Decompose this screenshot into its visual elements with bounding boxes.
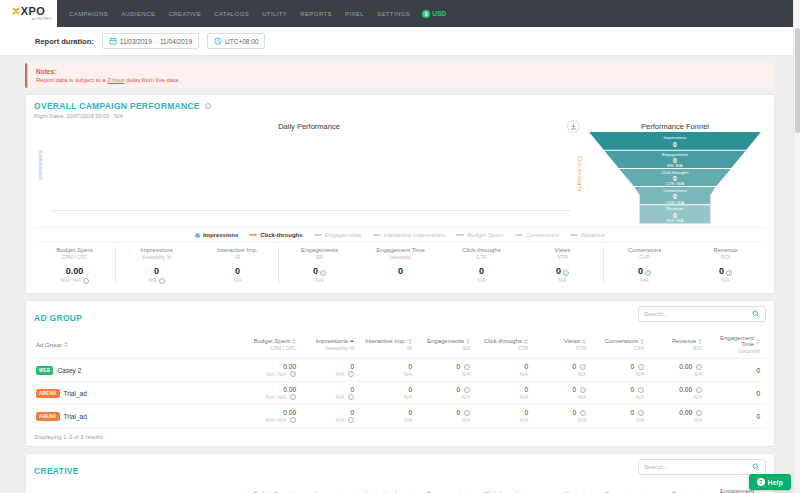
legend-item-click-throughs[interactable]: Click-throughs — [249, 232, 302, 238]
cell-value-text: 0.00 — [283, 363, 296, 370]
info-icon[interactable]: i — [290, 371, 296, 377]
nav-item-catalogs[interactable]: CATALOGS — [214, 11, 249, 17]
summary-note — [360, 277, 441, 283]
sort-icon[interactable] — [350, 340, 354, 342]
section-title-overall: OVERALL CAMPAIGN PERFORMANCE — [34, 101, 200, 111]
timezone-picker[interactable]: UTC+08:00 — [207, 33, 265, 49]
column-header-engagement-time[interactable]: Engagement Time(seconds) — [708, 335, 766, 354]
info-icon[interactable]: i — [645, 270, 651, 276]
info-icon[interactable]: i — [638, 364, 644, 370]
info-icon[interactable]: i — [290, 394, 296, 400]
row-name: Trial_ad — [64, 413, 87, 420]
info-icon[interactable]: i — [696, 387, 702, 393]
info-icon[interactable]: i — [348, 394, 354, 400]
ad-group-search-input[interactable] — [644, 311, 748, 317]
legend-item-impressions[interactable]: Impressions — [195, 232, 238, 238]
cell-note-text: N/A — [578, 394, 586, 400]
info-icon[interactable]: i — [464, 387, 470, 393]
currency-indicator[interactable]: $ USD — [422, 0, 446, 27]
sort-icon[interactable] — [640, 339, 644, 344]
clock-icon — [214, 37, 222, 45]
cell-note-text: N/A — [336, 371, 344, 377]
funnel-segment-conversions[interactable]: Conversions0CVR: N/A — [634, 187, 716, 204]
sort-icon[interactable] — [698, 339, 702, 344]
info-icon[interactable]: i — [348, 371, 354, 377]
nav-item-creative[interactable]: CREATIVE — [168, 11, 201, 17]
column-header-views[interactable]: ViewsVTR — [534, 338, 592, 351]
info-icon[interactable]: i — [580, 387, 586, 393]
info-icon[interactable]: i — [726, 270, 732, 276]
cell-value-text: 0 — [572, 363, 576, 370]
column-header-click-throughs[interactable]: Click-throughsCTR — [476, 338, 534, 351]
info-icon[interactable]: i — [696, 410, 702, 416]
info-icon[interactable]: i — [580, 410, 586, 416]
info-icon[interactable]: i — [638, 410, 644, 416]
nav-item-settings[interactable]: SETTINGS — [377, 11, 410, 17]
column-header-conversions[interactable]: ConversionsCVR — [592, 338, 650, 351]
column-header-impressions[interactable]: ImpressionsViewability % — [302, 338, 360, 351]
funnel-segment-revenue[interactable]: Revenue0ROI: N/A — [640, 205, 711, 223]
brand-logo[interactable]: XPO by KNOREX — [0, 0, 57, 27]
help-button[interactable]: ? Help — [749, 474, 791, 490]
sort-icon[interactable] — [408, 339, 412, 344]
ad-group-search[interactable] — [638, 306, 766, 322]
table-row[interactable]: WEBCasey 20.00N/A / N/Ai0N/Ai0N/A0iN/A0N… — [34, 359, 766, 382]
cell-note-text: N/A — [694, 394, 702, 400]
sort-icon[interactable] — [292, 339, 296, 344]
info-icon[interactable]: i — [580, 364, 586, 370]
chart-export-button[interactable] — [567, 120, 580, 133]
nav-item-pixel[interactable]: PIXEL — [345, 11, 364, 17]
sort-icon[interactable] — [466, 339, 470, 344]
column-header-engagements[interactable]: EngagementsER — [418, 338, 476, 351]
info-icon[interactable]: i — [83, 278, 89, 284]
legend-item-interactive-impressions[interactable]: Interactive Impressions — [373, 232, 446, 238]
funnel-segment-click-throughs[interactable]: Click-throughs0CTR: N/A — [619, 169, 731, 186]
info-icon[interactable]: i — [320, 270, 326, 276]
summary-note-text: N/A — [148, 277, 156, 283]
performance-funnel: Performance Funnel Impressions0Engagemen… — [584, 120, 766, 224]
summary-label: Budget Spent — [34, 247, 115, 253]
nav-item-utility[interactable]: UTILITY — [262, 11, 287, 17]
funnel-segment-impressions[interactable]: Impressions0 — [589, 132, 761, 150]
column-header-ad-group[interactable]: Ad Group — [34, 342, 244, 348]
info-icon[interactable]: i — [696, 364, 702, 370]
sort-icon[interactable] — [64, 342, 68, 347]
funnel-segment-engagements[interactable]: Engagements0ER: N/A — [604, 151, 746, 168]
column-header-budget-spent[interactable]: Budget SpentCPM / CPC — [244, 338, 302, 351]
legend-item-revenue[interactable]: Revenue — [570, 232, 605, 238]
cell-value-text: 0 — [408, 386, 412, 393]
date-range-picker[interactable]: 11/03/2019 - 11/04/2019 — [102, 33, 199, 49]
row-name: Trial_ad — [64, 390, 87, 397]
column-header-revenue[interactable]: RevenueROI — [650, 338, 708, 351]
info-icon[interactable]: i — [464, 364, 470, 370]
summary-value-text: 0 — [556, 266, 561, 276]
column-header-interactive-imp[interactable]: Interactive Imp.IR — [360, 338, 418, 351]
legend-item-budget-spent[interactable]: Budget Spent — [456, 232, 503, 238]
sort-icon[interactable] — [524, 339, 528, 344]
nav-item-audience[interactable]: AUDIENCE — [121, 11, 155, 17]
legend-item-conversions[interactable]: Conversions — [515, 232, 559, 238]
cell-engagements: 0iN/A — [418, 386, 476, 400]
notes-delay-link[interactable]: 2 hour — [107, 77, 124, 83]
info-icon[interactable]: i — [563, 270, 569, 276]
creative-search-input[interactable] — [644, 464, 748, 470]
nav-item-campaigns[interactable]: CAMPAIGNS — [69, 11, 108, 17]
cell-budget-spent: 0.00N/A / N/Ai — [244, 409, 302, 423]
sort-icon[interactable] — [582, 339, 586, 344]
info-icon[interactable]: i — [159, 278, 165, 284]
info-icon[interactable]: i — [464, 410, 470, 416]
scrollbar[interactable] — [793, 0, 800, 493]
info-icon[interactable]: i — [348, 417, 354, 423]
legend-item-engagements[interactable]: Engagements — [314, 232, 362, 238]
creative-search[interactable] — [638, 459, 766, 475]
column-label-wrap: Ad Group — [36, 342, 238, 348]
info-icon[interactable]: i — [205, 103, 211, 109]
summary-value: 0i — [522, 266, 603, 276]
nav-item-reports[interactable]: REPORTS — [300, 11, 332, 17]
table-row[interactable]: ARENATrial_ad0.00N/A / N/Ai0N/Ai0N/A0iN/… — [34, 405, 766, 428]
scrollbar-thumb[interactable] — [795, 28, 800, 133]
table-row[interactable]: ARENATrial_ad0.00N/A / N/Ai0N/Ai0N/A0iN/… — [34, 382, 766, 405]
info-icon[interactable]: i — [638, 387, 644, 393]
sort-icon[interactable] — [756, 339, 760, 344]
info-icon[interactable]: i — [290, 417, 296, 423]
